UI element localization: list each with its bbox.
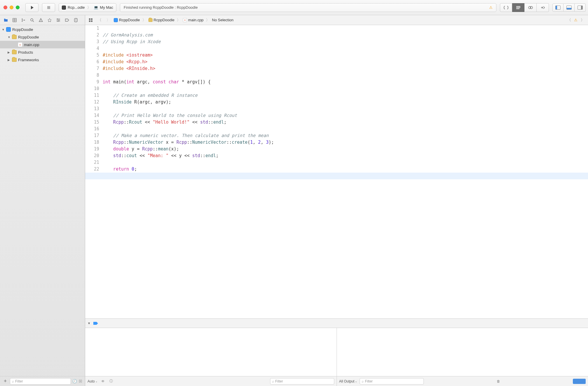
svg-point-5	[530, 6, 533, 9]
variables-footer: Auto ⌄ 👁 ⓘ ⌕ Filter	[85, 376, 337, 386]
jumpbar-project[interactable]: RcppDoodle	[113, 18, 141, 22]
editor-options-button[interactable]	[537, 3, 549, 12]
trash-icon[interactable]: 🗑	[496, 379, 501, 383]
breakpoint-toggle[interactable]	[93, 322, 98, 325]
toggle-debug-area-button[interactable]	[564, 3, 575, 12]
quicklook-icon[interactable]: 👁	[100, 379, 106, 383]
zoom-window-button[interactable]	[16, 6, 20, 9]
toolbar: Rcp...odle 〉 💻My Mac Finished running Rc…	[0, 0, 588, 15]
debug-view-menu[interactable]: ▾	[88, 321, 90, 325]
navigator-sidebar: ▼RcppDoodle ▼RcppDoodle cmain.cpp ▶Produ…	[0, 15, 85, 386]
editor-mode-buttons	[500, 3, 549, 12]
line-gutter[interactable]: 1 2 3 4 5 6 7 8 9 10 11 12 13 14 15 16 1…	[85, 25, 102, 318]
tree-label: Products	[18, 50, 33, 55]
navigator-selector-bar	[0, 15, 85, 25]
warning-icon[interactable]: ⚠︎	[574, 18, 578, 22]
main-split: ▼RcppDoodle ▼RcppDoodle cmain.cpp ▶Produ…	[0, 15, 588, 386]
console-output-selector[interactable]: All Output ⌄	[339, 379, 358, 383]
activity-status[interactable]: Finished running RcppDoodle : RcppDoodle…	[120, 3, 496, 12]
svg-point-20	[59, 20, 60, 20]
recent-filter-icon[interactable]: 🕘	[72, 379, 77, 383]
code-content[interactable]: // GormAnalysis.com // Using Rcpp in Xco…	[102, 25, 588, 318]
info-icon[interactable]: ⓘ	[108, 379, 114, 384]
warning-icon[interactable]: ⚠︎	[489, 5, 493, 10]
stop-button[interactable]	[42, 3, 55, 12]
filter-icon: ⌕	[272, 379, 274, 383]
source-editor[interactable]: 1 2 3 4 5 6 7 8 9 10 11 12 13 14 15 16 1…	[85, 25, 588, 318]
variables-filter-input[interactable]: ⌕ Filter	[270, 378, 334, 385]
destination-name: My Mac	[100, 5, 113, 10]
app-icon	[62, 6, 66, 10]
svg-point-21	[58, 21, 59, 22]
jump-bar: 〈 〉 RcppDoodle 〉 RcppDoodle 〉 cmain.cpp …	[85, 15, 588, 25]
find-navigator-tab[interactable]	[28, 16, 36, 24]
project-tree: ▼RcppDoodle ▼RcppDoodle cmain.cpp ▶Produ…	[0, 25, 85, 376]
console-pane-toggle	[573, 379, 586, 384]
report-navigator-tab[interactable]	[72, 16, 80, 24]
scheme-selector[interactable]: Rcp...odle 〉 💻My Mac	[59, 3, 116, 12]
variables-body[interactable]	[85, 328, 337, 376]
tree-group[interactable]: ▼RcppDoodle	[0, 33, 85, 41]
breakpoint-navigator-tab[interactable]	[63, 16, 71, 24]
close-window-button[interactable]	[4, 6, 7, 9]
svg-rect-25	[89, 18, 90, 20]
jumpbar-group[interactable]: RcppDoodle	[148, 18, 175, 22]
standard-editor-button[interactable]	[500, 3, 512, 12]
svg-rect-27	[89, 20, 90, 22]
go-back-button[interactable]: 〈	[96, 17, 103, 23]
jumpbar-symbol[interactable]: No Selection	[211, 18, 234, 22]
project-navigator-tab[interactable]	[2, 16, 10, 24]
version-editor-button[interactable]	[524, 3, 537, 12]
console-footer: All Output ⌄ ⌕ Filter 🗑	[337, 376, 588, 386]
console-view: All Output ⌄ ⌕ Filter 🗑	[337, 328, 588, 386]
show-variables-button[interactable]	[573, 379, 579, 384]
panel-visibility-buttons	[552, 3, 586, 12]
scm-filter-icon[interactable]: ☒	[78, 379, 83, 383]
console-filter-input[interactable]: ⌕ Filter	[360, 378, 424, 385]
add-button[interactable]: +	[2, 378, 9, 384]
navigator-footer: + ⌕ Filter 🕘 ☒	[0, 376, 85, 386]
issue-navigator-tab[interactable]	[37, 16, 45, 24]
run-button[interactable]	[25, 3, 38, 12]
related-items-button[interactable]	[87, 17, 94, 23]
tree-project-root[interactable]: ▼RcppDoodle	[0, 26, 85, 33]
tree-label: Frameworks	[18, 58, 39, 62]
status-text: Finished running RcppDoodle : RcppDoodle	[124, 5, 198, 10]
filter-icon: ⌕	[362, 379, 364, 383]
filter-scope-buttons: 🕘 ☒	[72, 379, 83, 383]
minimize-window-button[interactable]	[10, 6, 13, 9]
jumpbar-file[interactable]: cmain.cpp	[182, 18, 204, 22]
svg-point-19	[57, 18, 58, 19]
tree-products-group[interactable]: ▶Products	[0, 48, 85, 56]
assistant-editor-button[interactable]	[512, 3, 524, 12]
editor-area: 〈 〉 RcppDoodle 〉 RcppDoodle 〉 cmain.cpp …	[85, 15, 588, 386]
test-navigator-tab[interactable]	[46, 16, 54, 24]
tree-frameworks-group[interactable]: ▶Frameworks	[0, 56, 85, 64]
tree-file-main-cpp[interactable]: cmain.cpp	[0, 41, 85, 48]
svg-rect-0	[47, 6, 50, 9]
laptop-icon: 💻	[94, 5, 98, 10]
next-issue-button[interactable]: 〉	[579, 17, 586, 23]
show-console-button[interactable]	[579, 379, 586, 384]
tree-label: RcppDoodle	[18, 35, 39, 39]
toggle-utilities-button[interactable]	[575, 3, 586, 12]
filter-icon: ⌕	[12, 379, 14, 383]
tree-label: main.cpp	[24, 43, 39, 47]
console-body[interactable]	[337, 328, 588, 376]
debug-bar: ▾	[85, 318, 588, 328]
scheme-name: Rcp...odle	[68, 5, 85, 10]
symbol-navigator-tab[interactable]	[19, 16, 27, 24]
debug-navigator-tab[interactable]	[54, 16, 62, 24]
svg-rect-26	[91, 18, 92, 20]
svg-line-14	[33, 21, 34, 22]
debug-area: Auto ⌄ 👁 ⓘ ⌕ Filter All Output ⌄ ⌕ Filte…	[85, 328, 588, 386]
window-controls	[4, 6, 20, 9]
variables-view: Auto ⌄ 👁 ⓘ ⌕ Filter	[85, 328, 337, 386]
go-forward-button[interactable]: 〉	[104, 17, 112, 23]
svg-rect-22	[74, 18, 77, 22]
toggle-navigator-button[interactable]	[552, 3, 564, 12]
variables-scope-selector[interactable]: Auto ⌄	[88, 379, 98, 383]
previous-issue-button[interactable]: 〈	[565, 17, 573, 23]
source-control-navigator-tab[interactable]	[10, 16, 19, 24]
navigator-filter-input[interactable]: ⌕ Filter	[10, 378, 71, 385]
